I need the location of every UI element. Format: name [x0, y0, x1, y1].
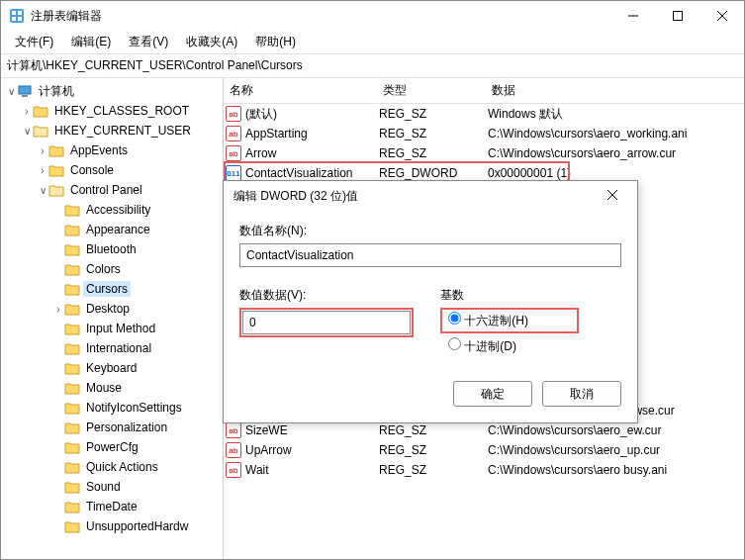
- expand-icon[interactable]: ›: [37, 145, 48, 156]
- tree-item[interactable]: Personalization: [1, 418, 223, 437]
- tree-item-label: NotifyIconSettings: [83, 400, 185, 416]
- maximize-button[interactable]: [655, 1, 699, 31]
- value-type-icon: ab: [226, 126, 241, 141]
- base-label: 基数: [440, 287, 621, 304]
- tree-item[interactable]: ›HKEY_CLASSES_ROOT: [1, 101, 223, 121]
- value-type: REG_SZ: [379, 423, 488, 437]
- tree-item-label: Bluetooth: [83, 241, 140, 257]
- close-button[interactable]: [699, 1, 744, 31]
- tree-item-label: Desktop: [83, 301, 133, 317]
- value-type: REG_SZ: [379, 127, 488, 140]
- list-row[interactable]: abArrowREG_SZC:\Windows\cursors\aero_arr…: [224, 143, 744, 163]
- value-type: REG_SZ: [379, 443, 488, 457]
- tree-item[interactable]: Appearance: [1, 220, 223, 239]
- app-icon: [9, 8, 25, 24]
- list-row[interactable]: abSizeWEREG_SZC:\Windows\cursors\aero_ew…: [224, 420, 744, 440]
- svg-rect-4: [18, 17, 22, 21]
- tree-item[interactable]: PowerCfg: [1, 437, 223, 457]
- value-data-input[interactable]: [242, 311, 411, 334]
- menu-favorites[interactable]: 收藏夹(A): [178, 32, 245, 52]
- column-type[interactable]: 类型: [377, 78, 486, 103]
- tree-pane[interactable]: ∨计算机›HKEY_CLASSES_ROOT∨HKEY_CURRENT_USER…: [1, 78, 224, 559]
- tree-item-label: Cursors: [83, 281, 131, 297]
- tree-item-label: Sound: [83, 479, 124, 495]
- menu-edit[interactable]: 编辑(E): [63, 32, 119, 52]
- value-type-icon: 011: [226, 165, 241, 181]
- radio-dec-input[interactable]: [448, 337, 461, 350]
- list-row[interactable]: abUpArrowREG_SZC:\Windows\cursors\aero_u…: [224, 440, 744, 460]
- radio-dec[interactable]: 十进制(D): [448, 339, 516, 353]
- dialog-close-button[interactable]: [598, 189, 627, 203]
- tree-item[interactable]: Colors: [1, 259, 223, 279]
- tree-item-label: Control Panel: [67, 182, 145, 198]
- minimize-button[interactable]: [610, 1, 655, 31]
- tree-item[interactable]: UnsupportedHardw: [1, 516, 223, 536]
- tree-item[interactable]: Sound: [1, 477, 223, 497]
- tree-item[interactable]: Mouse: [1, 378, 223, 398]
- tree-item-label: 计算机: [36, 82, 77, 101]
- list-row[interactable]: abAppStartingREG_SZC:\Windows\cursors\ae…: [224, 124, 744, 143]
- value-data: C:\Windows\cursors\aero_up.cur: [488, 443, 744, 457]
- highlight-box-hex: 十六进制(H): [440, 308, 579, 333]
- value-data: C:\Windows\cursors\aero_arrow.cur: [488, 146, 744, 160]
- column-data[interactable]: 数据: [486, 78, 744, 103]
- expand-icon[interactable]: ›: [52, 304, 64, 315]
- menu-view[interactable]: 查看(V): [121, 32, 176, 52]
- tree-item[interactable]: Accessibility: [1, 200, 223, 220]
- value-type: REG_DWORD: [379, 166, 488, 180]
- tree-item[interactable]: ∨计算机: [1, 81, 223, 101]
- value-type: REG_SZ: [379, 107, 488, 121]
- value-name-label: 数值名称(N):: [239, 223, 621, 239]
- dialog-titlebar[interactable]: 编辑 DWORD (32 位)值: [224, 181, 637, 211]
- tree-item[interactable]: ›Desktop: [1, 299, 223, 319]
- svg-rect-2: [18, 11, 22, 15]
- svg-rect-6: [673, 12, 682, 21]
- radio-hex[interactable]: 十六进制(H): [448, 314, 528, 327]
- tree-item-label: Accessibility: [83, 202, 153, 218]
- menu-file[interactable]: 文件(F): [7, 32, 61, 52]
- value-data: C:\Windows\cursors\aero_ew.cur: [488, 423, 744, 437]
- ok-button[interactable]: 确定: [453, 381, 532, 407]
- tree-item[interactable]: Bluetooth: [1, 239, 223, 259]
- tree-item-label: AppEvents: [67, 142, 131, 158]
- address-bar[interactable]: 计算机\HKEY_CURRENT_USER\Control Panel\Curs…: [1, 54, 744, 78]
- tree-item[interactable]: Keyboard: [1, 358, 223, 378]
- tree-item[interactable]: Cursors: [1, 279, 223, 299]
- tree-item[interactable]: NotifyIconSettings: [1, 398, 223, 418]
- tree-item[interactable]: ∨HKEY_CURRENT_USER: [1, 121, 223, 140]
- value-name-input[interactable]: [239, 243, 621, 267]
- expand-icon[interactable]: ∨: [21, 126, 33, 137]
- expand-icon[interactable]: ∨: [37, 185, 48, 196]
- list-row[interactable]: abWaitREG_SZC:\Windows\cursors\aero busy…: [224, 460, 744, 480]
- radio-hex-input[interactable]: [448, 312, 461, 325]
- value-name: UpArrow: [245, 443, 292, 457]
- cancel-button[interactable]: 取消: [542, 381, 621, 407]
- tree-item[interactable]: ›Console: [1, 160, 223, 180]
- menubar: 文件(F) 编辑(E) 查看(V) 收藏夹(A) 帮助(H): [1, 31, 744, 54]
- tree-item[interactable]: Input Method: [1, 319, 223, 338]
- expand-icon[interactable]: ∨: [5, 86, 17, 97]
- value-type-icon: ab: [226, 442, 241, 458]
- tree-item-label: Mouse: [83, 380, 125, 396]
- expand-icon[interactable]: ›: [37, 165, 48, 176]
- value-name: AppStarting: [245, 127, 308, 140]
- titlebar[interactable]: 注册表编辑器: [1, 1, 744, 31]
- tree-item-label: PowerCfg: [83, 439, 141, 455]
- tree-item[interactable]: International: [1, 338, 223, 358]
- column-name[interactable]: 名称: [224, 78, 377, 103]
- tree-item[interactable]: Quick Actions: [1, 457, 223, 477]
- tree-item[interactable]: TimeDate: [1, 497, 223, 516]
- value-data: 0x00000001 (1): [488, 166, 744, 180]
- value-data: C:\Windows\cursors\aero busy.ani: [488, 463, 744, 477]
- value-name: Wait: [245, 463, 269, 477]
- window-title: 注册表编辑器: [31, 8, 610, 25]
- menu-help[interactable]: 帮助(H): [247, 32, 304, 52]
- list-row[interactable]: ab(默认)REG_SZWindows 默认: [224, 104, 744, 124]
- tree-item[interactable]: ∨Control Panel: [1, 180, 223, 200]
- expand-icon[interactable]: ›: [21, 106, 33, 117]
- svg-rect-10: [22, 95, 28, 97]
- tree-item-label: TimeDate: [83, 499, 140, 514]
- tree-item-label: UnsupportedHardw: [83, 518, 191, 534]
- tree-item[interactable]: ›AppEvents: [1, 140, 223, 160]
- tree-item-label: HKEY_CURRENT_USER: [51, 123, 194, 139]
